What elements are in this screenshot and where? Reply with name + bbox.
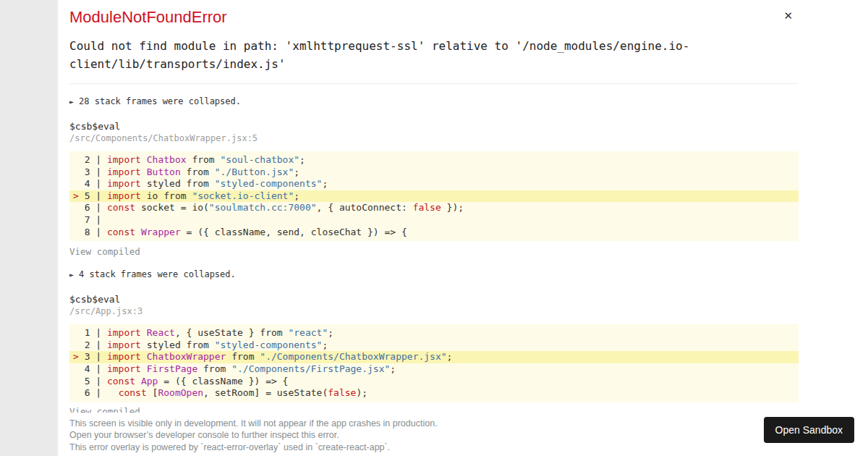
- code-line-highlighted: > 3 | import ChatboxWrapper from "./Comp…: [69, 351, 799, 363]
- code-line: 3 | import Button from "./Button.jsx";: [69, 166, 799, 179]
- frame-file-location: /src/Components/ChatboxWrapper.jsx:5: [69, 133, 799, 143]
- overlay-footer: This screen is visible only in developme…: [69, 418, 799, 453]
- frame-file-location: /src/App.jsx:3: [69, 306, 799, 316]
- code-line: 8 | const Wrapper = ({ className, send, …: [69, 227, 799, 239]
- expand-arrow-icon: ►: [69, 271, 74, 279]
- expand-arrow-icon: ►: [69, 98, 74, 106]
- code-line-highlighted: > 5 | import io from "socket.io-client";: [69, 190, 799, 203]
- close-button[interactable]: ✕: [780, 9, 796, 23]
- error-title: ModuleNotFoundError: [69, 7, 799, 28]
- code-line: 5 | const App = ({ className }) => {: [69, 376, 799, 388]
- code-frame: 1 | import React, { useState } from "rea…: [69, 324, 799, 402]
- close-icon: ✕: [783, 9, 793, 22]
- code-line: 2 | import styled from "styled-component…: [69, 339, 799, 352]
- code-line: 6 | const socket = io("soulmatch.cc:7000…: [69, 202, 799, 214]
- open-sandbox-button[interactable]: Open Sandbox: [764, 417, 854, 443]
- code-line: 4 | import styled from "styled-component…: [69, 178, 799, 190]
- stack-frames-list: ►28 stack frames were collapsed.$csb$eva…: [69, 96, 799, 413]
- error-message: Could not find module in path: 'xmlhttpr…: [69, 37, 799, 73]
- collapsed-frames-toggle[interactable]: ►28 stack frames were collapsed.: [69, 96, 241, 107]
- view-compiled-link[interactable]: View compiled: [69, 407, 140, 413]
- code-line: 4 | import FirstPage from "./Components/…: [69, 363, 799, 376]
- code-line: 2 | import Chatbox from "soul-chatbox";: [69, 154, 799, 166]
- footer-line-powered-by: This error overlay is powered by `react-…: [69, 442, 799, 453]
- code-frame: 2 | import Chatbox from "soul-chatbox"; …: [69, 151, 799, 241]
- code-line: 1 | import React, { useState } from "rea…: [69, 327, 799, 339]
- error-overlay-modal: ModuleNotFoundError ✕ Could not find mod…: [58, 0, 868, 456]
- footer-line-console: Open your browser’s developer console to…: [69, 429, 799, 441]
- frame-function-name: $csb$eval: [69, 294, 799, 305]
- stack-frame: ►28 stack frames were collapsed.$csb$eva…: [69, 96, 799, 257]
- header-divider: [69, 83, 799, 84]
- code-line: 6 | const [RoomOpen, setRoom] = useState…: [69, 387, 799, 400]
- code-line: 7 |: [69, 214, 799, 227]
- footer-line-development: This screen is visible only in developme…: [69, 418, 799, 429]
- stack-frame: ►4 stack frames were collapsed.$csb$eval…: [69, 269, 799, 413]
- collapsed-frames-toggle[interactable]: ►4 stack frames were collapsed.: [69, 269, 236, 280]
- frame-function-name: $csb$eval: [69, 121, 799, 132]
- view-compiled-link[interactable]: View compiled: [69, 247, 140, 257]
